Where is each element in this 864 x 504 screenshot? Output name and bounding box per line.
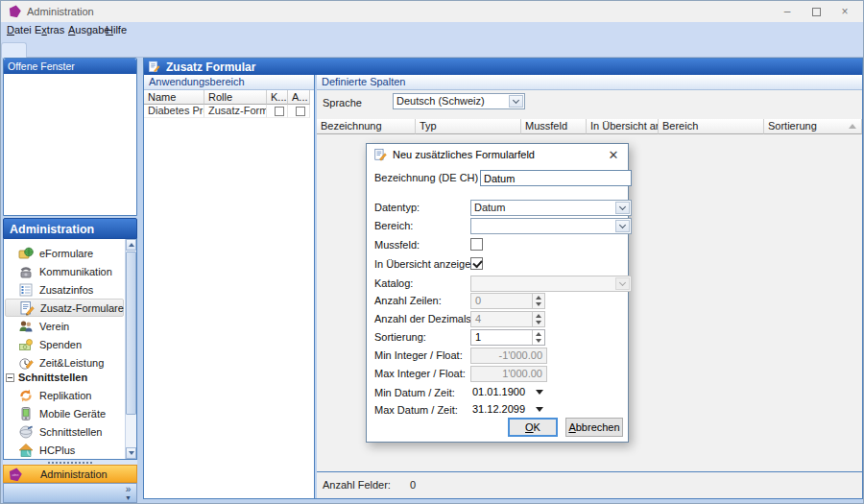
sprache-dropdown[interactable]: Deutsch (Schweiz) [393, 93, 525, 109]
column-header-uebersicht[interactable]: In Übersicht anz... [587, 119, 659, 134]
row-checkbox-k[interactable] [275, 107, 284, 116]
configure-buttons-chevron[interactable]: »▼ [125, 486, 132, 502]
administration-header: Administration [3, 218, 137, 239]
close-button[interactable]: × [830, 1, 859, 22]
katalog-dropdown [470, 276, 632, 292]
stopwatch-pencil-icon [18, 355, 34, 371]
spinner-arrows-icon[interactable] [532, 330, 544, 345]
definierte-spalten-column-headers: Bezeichnung Typ Mussfeld In Übersicht an… [317, 119, 862, 134]
toolbar-stub[interactable] [1, 42, 27, 58]
max-datum-picker[interactable]: 31.12.2099 [470, 402, 545, 417]
dropdown-triangle-icon[interactable] [536, 390, 543, 395]
dropdown-triangle-icon[interactable] [536, 407, 543, 412]
sidebar-item-label: HCPlus [39, 444, 75, 456]
column-header-typ[interactable]: Typ [416, 119, 521, 134]
sidebar-item-eformulare[interactable]: eFormulare [5, 244, 124, 262]
bezeichnung-label: Bezeichnung (DE CH) [374, 172, 478, 183]
table-row[interactable]: Diabetes Prot... Zusatz-Formul... [144, 105, 314, 118]
window-title: Administration [27, 1, 94, 22]
offene-fenster-panel: Offene Fenster [3, 58, 137, 216]
row-checkbox-a[interactable] [296, 107, 305, 116]
mobile-device-icon [18, 406, 34, 421]
column-header-a[interactable]: A... [288, 90, 310, 105]
abbrechen-button[interactable]: Abbrechen [565, 418, 623, 437]
sidebar-item-schnittstellen[interactable]: Schnittstellen [5, 422, 124, 441]
menu-datei[interactable]: Datei [5, 22, 34, 38]
outlook-bar-footer: »▼ [3, 483, 137, 503]
phone-icon [18, 264, 34, 279]
dialog-close-button[interactable]: ✕ [599, 144, 628, 165]
minimize-button[interactable]: – [773, 1, 802, 22]
maximize-icon [812, 8, 821, 16]
window-titlebar: Administration – × [1, 1, 863, 22]
anzahl-zeilen-label: Anzahl Zeilen: [374, 295, 442, 306]
main-panel-title: Zusatz Formular [166, 60, 255, 74]
uebersicht-label: In Übersicht anzeigen: [374, 258, 479, 270]
sidebar-item-mobile-geraete[interactable]: Mobile Geräte [5, 404, 124, 422]
collapse-icon[interactable] [6, 373, 14, 382]
min-datum-label: Min Datum / Zeit: [374, 387, 455, 398]
scroll-thumb[interactable] [126, 252, 136, 415]
maximize-button[interactable] [802, 1, 830, 22]
sidebar-item-label: Schnittstellen [39, 426, 102, 438]
uebersicht-checkbox[interactable] [470, 257, 483, 270]
column-header-bereich[interactable]: Bereich [659, 119, 764, 134]
sortierung-stepper[interactable]: 1 [470, 329, 545, 346]
dezimalstellen-stepper: 4 [470, 311, 545, 327]
menu-hilfe[interactable]: Hilfe [104, 22, 129, 38]
column-header-mussfeld[interactable]: Mussfeld [521, 119, 587, 134]
admin-pentagon-icon: admin [8, 468, 23, 481]
anwendungsbereich-panel: Anwendungsbereich Name Rolle K... A... D… [144, 75, 315, 498]
column-header-name[interactable]: Name [144, 90, 204, 105]
column-header-sortierung[interactable]: Sortierung [764, 119, 862, 134]
chevron-down-icon[interactable] [615, 220, 630, 232]
bereich-dropdown[interactable] [470, 218, 632, 234]
sidebar-item-spenden[interactable]: Spenden [5, 335, 124, 353]
column-header-bezeichnung[interactable]: Bezeichnung [317, 119, 416, 134]
dialog-titlebar: Neu zusätzliches Formularfeld ✕ [367, 144, 628, 165]
sidebar-item-kommunikation[interactable]: Kommunikation [5, 262, 124, 280]
sidebar-item-zusatzinfos[interactable]: Zusatzinfos [5, 280, 124, 299]
mussfeld-checkbox[interactable] [470, 238, 483, 251]
eformulare-icon [18, 246, 34, 261]
app-logo-pentagon-icon [9, 5, 21, 17]
menu-extras[interactable]: Extras [33, 22, 66, 38]
sidebar-item-hcplus[interactable]: HCPlus [5, 441, 124, 459]
scroll-up-icon[interactable] [126, 239, 136, 251]
datentyp-value: Datum [474, 201, 613, 215]
form-pencil-icon [148, 60, 160, 73]
scroll-down-icon[interactable] [126, 447, 136, 459]
mode-button-label: Administration [40, 468, 108, 480]
people-icon [18, 319, 34, 334]
svg-text:admin: admin [12, 472, 19, 476]
bezeichnung-input[interactable] [480, 170, 632, 186]
house-icon [18, 443, 34, 458]
cell-rolle: Zusatz-Formul... [204, 105, 267, 118]
chevron-down-icon[interactable] [615, 202, 630, 214]
zusatz-formular-titlebar: Zusatz Formular [144, 59, 862, 75]
offene-fenster-list[interactable] [4, 74, 136, 215]
ok-button[interactable]: OK [508, 418, 558, 437]
min-datum-picker[interactable]: 01.01.1900 [470, 385, 545, 399]
sidebar-item-label: Zusatzinfos [39, 284, 93, 296]
definierte-spalten-header: Definierte Spalten [317, 75, 862, 90]
form-pencil-icon [19, 300, 35, 316]
chevron-down-icon [615, 277, 630, 290]
administration-mode-button[interactable]: admin Administration [3, 465, 137, 483]
anzahl-zeilen-stepper: 0 [470, 293, 545, 309]
nav-group-schnittstellen[interactable]: Schnittstellen [6, 370, 121, 385]
list-icon [18, 282, 34, 298]
sidebar-item-replikation[interactable]: Replikation [5, 386, 124, 404]
nav-scrollbar[interactable] [125, 239, 136, 459]
chevron-down-icon[interactable] [509, 95, 523, 108]
nav-group-label: Schnittstellen [18, 372, 87, 383]
status-bar: Anzahl Felder: 0 [317, 471, 862, 498]
column-header-k[interactable]: K... [267, 90, 288, 105]
sidebar-item-label: Zusatz-Formulare [40, 302, 124, 314]
sidebar-item-verein[interactable]: Verein [5, 317, 124, 335]
sidebar-item-label: Verein [39, 321, 69, 332]
sidebar-item-zusatz-formulare[interactable]: Zusatz-Formulare [5, 299, 124, 317]
column-header-rolle[interactable]: Rolle [204, 90, 267, 105]
anzahl-felder-value: 0 [410, 472, 416, 498]
datentyp-dropdown[interactable]: Datum [470, 200, 632, 216]
